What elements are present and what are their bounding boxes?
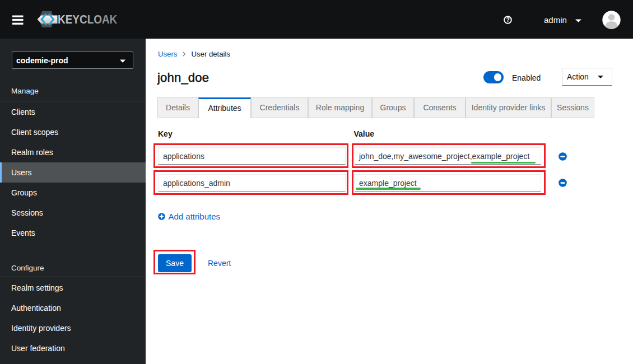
svg-text:?: ? [506, 16, 509, 23]
svg-text:KEYCLOAK: KEYCLOAK [58, 13, 118, 26]
